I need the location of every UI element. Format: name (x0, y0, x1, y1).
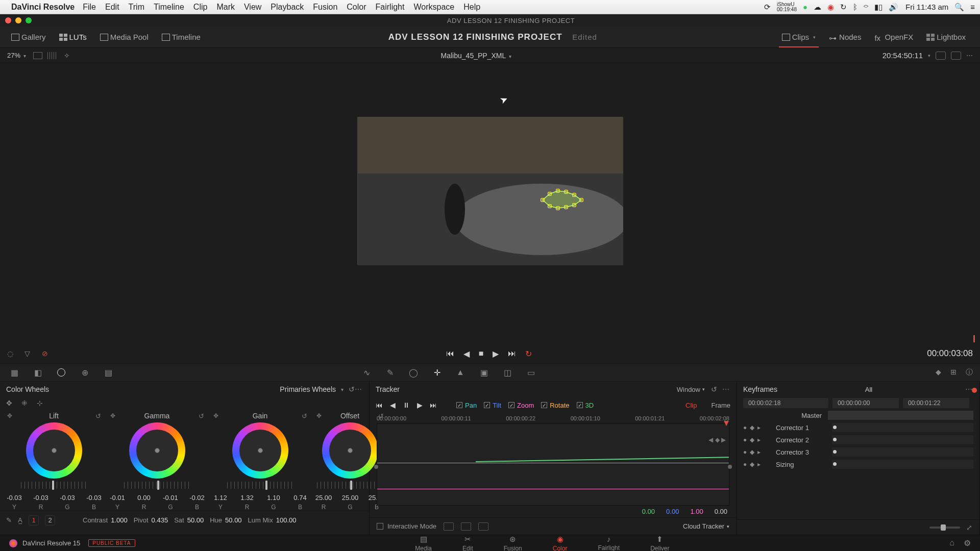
kf-end-tc[interactable]: 00:00:01:22 (903, 398, 969, 408)
pivot-param[interactable]: Pivot0.435 (134, 516, 168, 524)
kf-zoom-slider[interactable] (929, 527, 960, 529)
kf-enable-icon[interactable]: ◆ (750, 436, 754, 443)
tracker-palette-icon[interactable]: ✛ (430, 366, 444, 379)
sat-param[interactable]: Sat50.00 (174, 516, 204, 524)
delete-track-icon[interactable] (478, 522, 488, 531)
adjust-page-2[interactable]: 2 (45, 515, 55, 525)
scopes-icon[interactable]: ⊞ (950, 368, 957, 377)
wheel-picker-icon[interactable]: ✥ (110, 412, 115, 419)
spotlight-icon[interactable]: 🔍 (954, 3, 964, 12)
bluetooth-icon[interactable]: ᛒ (853, 3, 857, 11)
wheels-options-icon[interactable]: ⋯ (355, 385, 363, 393)
tracker-graph[interactable]: ◀ ◆ ▶ (377, 423, 729, 506)
wheel-picker-icon[interactable]: ✥ (7, 412, 12, 419)
lummix-param[interactable]: Lum Mix100.00 (248, 516, 297, 524)
pick-white-icon[interactable]: A̲ (18, 516, 22, 524)
menu-fairlight[interactable]: Fairlight (376, 3, 405, 12)
mediapool-toggle[interactable]: Media Pool (95, 31, 154, 43)
kf-current-tc[interactable]: 00:00:02:18 (743, 398, 828, 408)
wheel-reset-icon[interactable]: ↺ (95, 412, 101, 420)
stop-button[interactable]: ■ (479, 349, 484, 359)
insert-track-icon[interactable] (444, 522, 454, 531)
kf-row-track[interactable] (832, 435, 973, 444)
viewer-options-icon[interactable]: ⋯ (966, 52, 973, 59)
tracker-reset-icon[interactable]: ↺ (711, 385, 717, 393)
color-wheel[interactable] (26, 422, 82, 479)
window-palette-icon[interactable]: ◯ (406, 366, 421, 379)
viewer[interactable]: ➤ (0, 63, 980, 334)
wheels-mode-dropdown[interactable]: Primaries Wheels (280, 385, 336, 393)
menu-fusion[interactable]: Fusion (313, 3, 337, 12)
yrgb-readout[interactable]: -0.03Y -0.03R -0.03G -0.03B (4, 494, 104, 511)
rotate-checkbox[interactable]: ✓Rotate (541, 402, 569, 409)
rgb-mixer-palette-icon[interactable]: ⊕ (78, 366, 92, 379)
image-wipe-icon[interactable] (33, 52, 42, 59)
clips-toggle[interactable]: Clips▾ (777, 31, 821, 43)
step-back-button[interactable]: ◀ (463, 349, 470, 359)
kf-enable-icon[interactable]: ◆ (750, 461, 754, 468)
color-wheels-palette-icon[interactable] (54, 366, 68, 379)
info-icon[interactable]: ⓘ (966, 368, 973, 377)
app-name[interactable]: DaVinci Resolve (11, 3, 75, 12)
kf-disclosure-icon[interactable]: ▸ (757, 448, 761, 456)
zoom-in-handle[interactable] (728, 465, 732, 469)
unmix-icon[interactable]: ⊘ (42, 349, 51, 358)
viewer-mode-icon[interactable] (936, 52, 946, 60)
picker-balance-icon[interactable]: ⊹ (37, 399, 48, 408)
color-match-palette-icon[interactable]: ◧ (31, 366, 45, 379)
wheel-reset-icon[interactable]: ↺ (302, 412, 307, 420)
recorder-app-icon[interactable]: iShowU 00:19:48 (777, 2, 797, 12)
loop-button[interactable]: ↻ (525, 349, 532, 359)
color-wheel[interactable] (232, 422, 288, 479)
key-palette-icon[interactable]: ▣ (477, 366, 491, 379)
menu-view[interactable]: View (244, 3, 261, 12)
picker-black-icon[interactable]: ✥ (6, 399, 17, 408)
yrgb-readout[interactable]: -0.01Y 0.00R -0.01G -0.02B (107, 494, 207, 511)
kf-row[interactable]: ●◆▸ Sizing (737, 458, 979, 470)
kf-lock-icon[interactable]: ● (743, 448, 747, 456)
battery-icon[interactable]: ▮▯ (874, 3, 883, 12)
kf-master-row[interactable]: Master (737, 409, 979, 421)
menu-playback[interactable]: Playback (271, 3, 304, 12)
track-forward-one-button[interactable]: ⏭ (430, 401, 437, 409)
mini-timeline[interactable] (0, 334, 980, 344)
openfx-toggle[interactable]: fxOpenFX (869, 31, 918, 43)
lightbox-toggle[interactable]: Lightbox (921, 31, 971, 43)
original-gamut-icon[interactable]: ▽ (24, 349, 34, 358)
sync-icon[interactable]: ⟳ (764, 3, 771, 12)
menubar-clock[interactable]: Fri 11:43 am (905, 3, 948, 11)
menu-mark[interactable]: Mark (216, 3, 235, 12)
hue-param[interactable]: Hue50.00 (210, 516, 241, 524)
master-slider[interactable] (21, 482, 87, 489)
tracker-clip-mode[interactable]: Clip (685, 402, 697, 409)
color-wheel[interactable] (129, 422, 185, 479)
kf-master-track[interactable] (828, 411, 973, 420)
transport-timecode[interactable]: 00:00:03:08 (927, 348, 973, 359)
page-deliver[interactable]: ⬆Deliver (650, 535, 669, 552)
zoom-checkbox[interactable]: ✓Zoom (508, 402, 534, 409)
track-stop-button[interactable]: ⏸ (403, 401, 410, 409)
menu-timeline[interactable]: Timeline (154, 3, 184, 12)
play-button[interactable]: ▶ (493, 349, 499, 359)
cloud-icon[interactable]: ☁︎ (814, 3, 821, 12)
kf-enable-icon[interactable]: ◆ (750, 424, 754, 431)
bypass-grades-icon[interactable]: ◌ (7, 349, 16, 358)
nodes-toggle[interactable]: ⊶Nodes (824, 31, 866, 43)
window-minimize-button[interactable] (15, 17, 21, 23)
power-window-overlay[interactable] (541, 189, 586, 209)
kf-disclosure-icon[interactable]: ▸ (757, 424, 761, 431)
kf-expand-icon[interactable]: ⤢ (966, 523, 972, 532)
project-settings-button[interactable]: ⚙ (964, 538, 971, 548)
viewer-timecode[interactable]: 20:54:50:11 (883, 51, 923, 60)
kf-enable-icon[interactable]: ◆ (750, 448, 754, 456)
page-media[interactable]: ▤Media (415, 535, 432, 552)
kf-lock-icon[interactable]: ● (743, 424, 747, 431)
picker-white-icon[interactable]: ⁜ (21, 399, 33, 408)
clipname-dropdown[interactable]: Malibu_45_PP_XML▾ (70, 52, 883, 60)
track-reverse-one-button[interactable]: ⏮ (376, 401, 383, 409)
tracker-options-icon[interactable]: ⋯ (722, 385, 730, 393)
tracker-frame-mode[interactable]: Frame (711, 402, 730, 409)
timeline-toggle[interactable]: Timeline (157, 31, 206, 43)
status-dot-green-icon[interactable]: ● (803, 3, 807, 11)
timemachine-icon[interactable]: ↻ (840, 3, 847, 12)
